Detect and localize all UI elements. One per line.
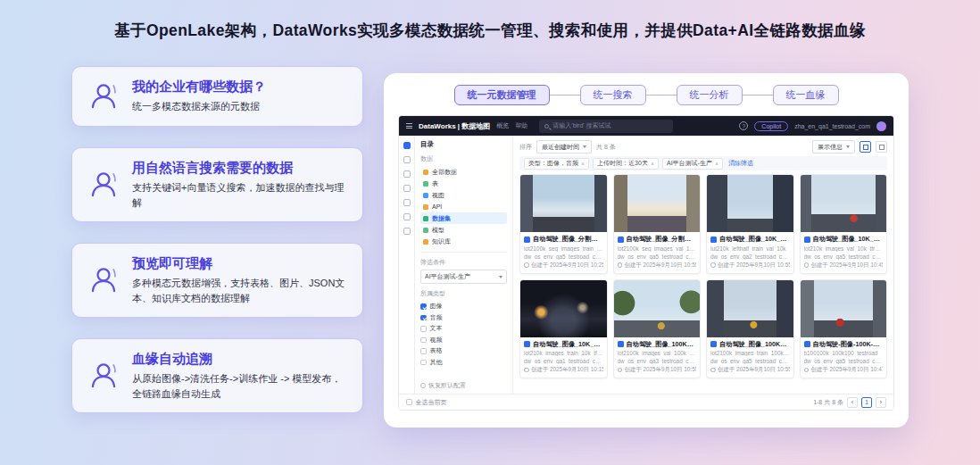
select-all-label: 全选当前页: [416, 398, 447, 407]
close-icon[interactable]: ×: [651, 161, 654, 167]
dataset-title: 自动驾驶_图像_10K_验证集: [804, 235, 884, 244]
page-number[interactable]: 1: [861, 397, 872, 408]
copilot-button[interactable]: Copilot: [754, 121, 788, 131]
sidebar-item-dataset[interactable]: 数据集: [420, 212, 507, 224]
dataset-icon[interactable]: [403, 199, 411, 206]
filter-option-other[interactable]: 其他: [420, 357, 507, 369]
global-search-input[interactable]: 请输入'bird' 搜索试试: [539, 120, 673, 133]
settings-icon[interactable]: [403, 228, 411, 235]
dataset-id: lot2100k_seg_images_train_10k_tfrecord: [524, 245, 603, 252]
display-settings-button[interactable]: 展示信息: [812, 140, 855, 154]
dataset-source: dw_os_env_qa5_testroad_com: [710, 358, 790, 364]
reset-filters-button[interactable]: 恢复默认配置: [420, 381, 507, 390]
filter-chip-time[interactable]: 上传时间：近30天×: [593, 158, 659, 170]
grid-view-button[interactable]: [860, 141, 871, 153]
sidebar-item-all[interactable]: 全部数据: [420, 166, 507, 178]
sort-select[interactable]: 最近创建时间: [536, 140, 592, 154]
feature-title: 血缘自动追溯: [132, 351, 349, 368]
dataset-created-time: 创建于 2025年9月10日 10:55:38: [618, 262, 697, 270]
next-page-button[interactable]: ›: [876, 397, 886, 408]
avatar[interactable]: [876, 121, 886, 131]
filter-option-text[interactable]: 文本: [420, 323, 507, 335]
dataset-source: dw_os_env_qa2_testroad_com: [710, 253, 790, 260]
prev-page-button[interactable]: ‹: [847, 397, 858, 408]
filter-option-tabular[interactable]: 表格: [420, 345, 507, 357]
dataset-source: dw_os_env_qa5_testroad_com: [804, 253, 884, 260]
chevron-down-icon: [499, 276, 502, 278]
clock-icon: [804, 262, 810, 268]
knowledge-icon: [423, 239, 428, 245]
feature-subtitle: 支持关键词+向量语义搜索，加速数据的查找与理解: [132, 180, 349, 210]
sidebar: 目录 数据 全部数据 表 视图 API 数据集 模型 知识库 筛选条件 AI平台…: [415, 136, 513, 394]
dataset-id: lot210k_images_val_10k_tfrecord: [804, 245, 884, 252]
feature-text: 我的企业有哪些数据？ 统一多模态数据来源的元数据: [132, 79, 266, 114]
filter-option-video[interactable]: 视频: [420, 335, 507, 346]
dataset-card[interactable]: 自动驾驶_图像_100K_验证集 lot2100k_images_val_100…: [613, 279, 702, 379]
chevron-down-icon: [583, 145, 586, 148]
pill-search[interactable]: 统一搜索: [580, 85, 646, 105]
sidebar-item-model[interactable]: 模型: [420, 224, 507, 236]
feature-subtitle: 多种模态元数据增强，支持表格、图片、JSON文本、知识库文档的数据理解: [132, 276, 349, 305]
sort-label: 排序: [519, 143, 532, 152]
pill-analysis[interactable]: 统一分析: [677, 85, 743, 105]
sidebar-item-api[interactable]: API: [420, 201, 507, 212]
dataset-card[interactable]: 自动驾驶_图像_10K_验证集 lut210k_lefthalf_train_v…: [706, 174, 794, 274]
dataset-badge-icon: [804, 237, 810, 243]
feature-subtitle: 从原始图像->清洗任务->训练作业 -> 模型发布，全链路血缘自动生成: [132, 371, 349, 401]
nav-item-help[interactable]: 帮助: [515, 121, 527, 130]
filter-option-image[interactable]: 图像: [420, 301, 507, 312]
checkbox[interactable]: [420, 326, 427, 332]
close-icon[interactable]: ×: [715, 161, 718, 167]
api-icon[interactable]: [403, 185, 411, 192]
dataset-id: lot2100k_images_train_100k_tfrecord: [710, 350, 790, 356]
street-scene-image: [520, 175, 607, 232]
list-view-button[interactable]: [876, 141, 887, 153]
dataset-badge-icon: [524, 237, 530, 243]
result-count: 共 8 条: [596, 143, 616, 152]
table-icon[interactable]: [403, 170, 411, 178]
dataset-card[interactable]: 自动驾驶-图像-100K-训练集 b100100k_100k100_testro…: [800, 279, 888, 379]
pill-lineage[interactable]: 统一血缘: [773, 85, 839, 105]
dataset-card[interactable]: 自动驾驶_图像_100K_训练集 lot2100k_images_train_1…: [706, 279, 794, 379]
pill-metadata[interactable]: 统一元数据管理: [454, 85, 550, 105]
dataset-card[interactable]: 自动驾驶_图像_10K_验证集 lot210k_images_val_10k_t…: [800, 174, 888, 274]
dataset-badge-icon: [618, 341, 624, 347]
help-icon[interactable]: ?: [739, 121, 748, 130]
dataset-created-time: 创建于 2025年9月10日 10:15:04: [524, 366, 603, 374]
checkbox[interactable]: [420, 303, 427, 310]
dataset-card[interactable]: 自动驾驶_图像_分割专用_10K_验证集 lot2100k_seg_images…: [613, 174, 702, 274]
checkbox[interactable]: [420, 348, 427, 354]
dataset-badge-icon: [710, 341, 717, 347]
dataset-id: lot2100k_images_val_100k_tfrecord: [618, 350, 697, 356]
dataset-card[interactable]: 自动驾驶_图像_10K_训练集 lot210k_images_train_10k…: [519, 279, 608, 379]
checkbox[interactable]: [420, 315, 427, 321]
menu-icon[interactable]: [406, 123, 412, 129]
catalog-icon[interactable]: [403, 156, 411, 163]
dataset-title: 自动驾驶_图像_100K_训练集: [710, 340, 790, 349]
nav-item-overview[interactable]: 概览: [496, 121, 509, 130]
search-icon: [544, 124, 549, 129]
dataset-id: b100100k_100k100_testroad: [804, 350, 884, 356]
sidebar-item-view[interactable]: 视图: [420, 189, 507, 201]
clear-filters-link[interactable]: 清除筛选: [728, 159, 753, 168]
feature-list: 我的企业有哪些数据？ 统一多模态数据来源的元数据 用自然语言搜索需要的数据 支持…: [71, 66, 363, 413]
sidebar-item-table[interactable]: 表: [420, 178, 507, 189]
filter-chip-type[interactable]: 类型：图像，音频×: [524, 158, 589, 170]
home-icon[interactable]: [403, 142, 411, 149]
feature-card-metadata: 我的企业有哪些数据？ 统一多模态数据来源的元数据: [71, 66, 363, 127]
dataset-card[interactable]: 自动驾驶_图像_分割专用_10K_训练集 lot2100k_seg_images…: [519, 174, 608, 274]
checkbox[interactable]: [420, 337, 427, 344]
checkbox[interactable]: [420, 360, 427, 366]
icon-rail: [399, 136, 415, 394]
sidebar-item-kb[interactable]: 知识库: [420, 236, 507, 247]
close-icon[interactable]: ×: [581, 161, 585, 167]
user-account[interactable]: zha_en_qa1_testroad_com: [794, 123, 870, 129]
model-icon[interactable]: [403, 213, 411, 220]
project-select[interactable]: AI平台测试-生产: [420, 270, 507, 284]
feature-title: 用自然语言搜索需要的数据: [132, 160, 349, 177]
filter-option-audio[interactable]: 音频: [420, 312, 507, 324]
app-body: 目录 数据 全部数据 表 视图 API 数据集 模型 知识库 筛选条件 AI平台…: [399, 136, 893, 394]
feature-text: 血缘自动追溯 从原始图像->清洗任务->训练作业 -> 模型发布，全链路血缘自动…: [132, 351, 349, 401]
select-all-checkbox[interactable]: [406, 399, 412, 405]
filter-chip-project[interactable]: AI平台测试-生产×: [662, 158, 723, 170]
